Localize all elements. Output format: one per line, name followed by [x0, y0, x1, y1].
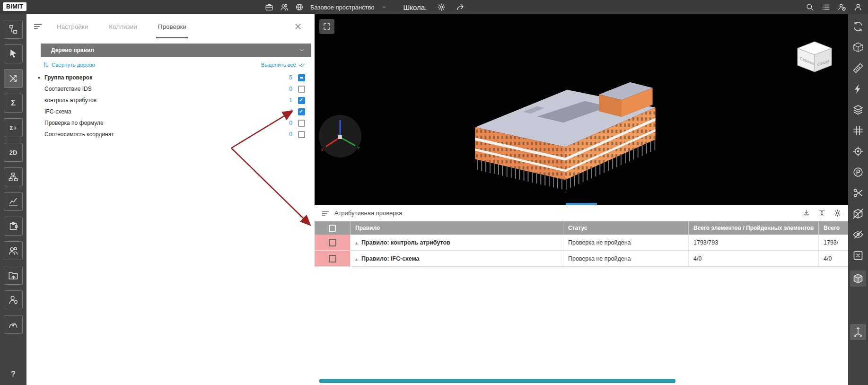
user-pin-icon	[8, 295, 18, 305]
table-header-select	[315, 221, 350, 235]
column-header-status[interactable]: Статус	[563, 221, 688, 235]
tree-item-ifc-schema[interactable]: IFC-схема 4	[35, 106, 311, 117]
view-cube[interactable]: Справа Сзади	[791, 37, 838, 75]
hide-box-icon[interactable]	[852, 208, 864, 219]
column-header-total[interactable]: Всего	[818, 221, 848, 235]
chevron-down-icon[interactable]	[381, 4, 387, 10]
tree-icon	[8, 24, 18, 35]
rules-tree-header[interactable]: Дерево правил	[41, 44, 311, 57]
tree-item-count: 5	[288, 74, 292, 81]
select-all-link[interactable]: Выделить всё	[261, 61, 305, 68]
table-row[interactable]: Правило: контроль атрибутов Проверка не …	[315, 235, 848, 251]
measure-ruler-icon[interactable]	[852, 62, 864, 74]
checkbox[interactable]	[298, 86, 305, 93]
globe-icon[interactable]	[295, 3, 304, 11]
graphs-button[interactable]	[4, 192, 23, 211]
tab-collisions[interactable]: Коллизии	[109, 23, 137, 30]
clear-selection-icon[interactable]	[852, 250, 864, 261]
clip-plane-icon[interactable]	[852, 187, 864, 199]
tree-actions: Свернуть дерево Выделить всё	[43, 61, 305, 68]
collaboration-button[interactable]	[4, 241, 23, 260]
plan-p-icon[interactable]	[852, 166, 864, 178]
workspace-select[interactable]: Базовое пространство	[310, 4, 375, 11]
rules-tree-title: Дерево правил	[51, 47, 94, 53]
clash-bolt-icon[interactable]	[852, 83, 864, 95]
tree-item-count: 1	[288, 97, 292, 104]
status-cell: Проверка не пройдена	[563, 235, 688, 250]
left-toolbar: Σ Σ+ 2D ?	[0, 14, 26, 385]
model-tree-button[interactable]	[4, 20, 23, 39]
chevron-down-icon	[298, 47, 305, 53]
sum-button[interactable]: Σ	[4, 94, 23, 113]
tree-item-coordinates[interactable]: Соотносимость координат 0	[35, 129, 311, 140]
row-checkbox[interactable]	[329, 255, 336, 262]
tree-item-group[interactable]: Группа проверок 5	[35, 72, 311, 83]
dashboard-button[interactable]	[4, 315, 23, 334]
tab-settings[interactable]: Настройки	[57, 23, 88, 30]
collapse-tree-label: Свернуть дерево	[52, 62, 95, 68]
select-all-checkbox[interactable]	[329, 225, 336, 232]
zoom-fit-button[interactable]	[319, 19, 334, 34]
checks-button[interactable]	[4, 69, 23, 88]
org-chart-icon	[8, 172, 18, 182]
double-check-icon	[298, 61, 305, 68]
team-icon[interactable]	[280, 3, 289, 11]
row-checkbox[interactable]	[329, 239, 336, 246]
collapse-triangle-icon[interactable]	[355, 239, 358, 246]
user-location-button[interactable]	[4, 290, 23, 309]
collapse-tree-link[interactable]: Свернуть дерево	[43, 61, 95, 68]
topbar-right-actions	[806, 0, 862, 14]
updown-arrows-icon	[43, 61, 49, 68]
list-icon[interactable]	[822, 3, 830, 11]
horizontal-scrollbar[interactable]	[319, 379, 675, 383]
2d-mode-button[interactable]: 2D	[4, 143, 23, 162]
table-row[interactable]: Правило: IFC-схема Проверка не пройдена …	[315, 251, 848, 267]
help-button[interactable]: ?	[11, 370, 16, 378]
solid-view-button[interactable]	[850, 271, 866, 287]
column-header-rule[interactable]: Правило	[350, 221, 563, 235]
search-icon[interactable]	[806, 3, 814, 11]
move-axes-button[interactable]	[850, 324, 866, 340]
axis-x-label: X	[321, 148, 324, 152]
sum-plus-button[interactable]: Σ+	[4, 118, 23, 137]
select-all-label: Выделить всё	[261, 62, 296, 68]
tree-item-formula[interactable]: Проверка по формуле 0	[35, 117, 311, 129]
tree-item-label: Проверка по формуле	[44, 120, 104, 126]
checkbox[interactable]	[298, 120, 305, 127]
collapse-triangle-icon[interactable]	[355, 255, 358, 262]
checkbox[interactable]	[298, 131, 305, 138]
table-settings-gear-icon[interactable]	[833, 209, 842, 217]
toolbox-icon[interactable]	[265, 3, 273, 11]
expander-icon[interactable]	[38, 75, 44, 80]
hide-eye-icon[interactable]	[852, 229, 864, 240]
column-header-elements[interactable]: Всего элементов / Пройденных элементов	[688, 221, 818, 235]
section-box-icon[interactable]	[852, 42, 864, 53]
close-icon[interactable]	[294, 22, 302, 31]
checkbox[interactable]	[298, 97, 305, 104]
export-button[interactable]	[4, 266, 23, 285]
tree-item-ids[interactable]: Соответствие IDS 0	[35, 83, 311, 95]
select-button[interactable]	[4, 44, 23, 63]
account-icon[interactable]	[854, 3, 862, 11]
checkbox[interactable]	[298, 74, 305, 81]
results-menu-icon[interactable]	[321, 209, 330, 218]
tab-checks[interactable]: Проверки	[158, 23, 186, 30]
plugins-button[interactable]	[4, 217, 23, 236]
panel-menu-icon[interactable]	[33, 22, 43, 31]
share-icon[interactable]	[456, 3, 465, 11]
axis-gizmo[interactable]: X Y	[317, 114, 363, 159]
row-height-icon[interactable]	[818, 209, 826, 217]
users-icon	[8, 245, 18, 256]
sync-icon[interactable]	[852, 21, 864, 32]
dock-bottom-icon[interactable]	[802, 209, 810, 217]
results-header: Атрибутивная проверка	[315, 205, 848, 221]
locate-target-icon[interactable]	[852, 146, 864, 157]
checkbox[interactable]	[298, 108, 305, 115]
user-history-icon[interactable]	[838, 3, 846, 11]
structure-button[interactable]	[4, 167, 23, 186]
storeys-layers-icon[interactable]	[852, 104, 864, 115]
gauge-icon	[8, 319, 18, 330]
tree-item-attributes[interactable]: контроль атрибутов 1	[35, 95, 311, 106]
settings-gear-icon[interactable]	[437, 3, 446, 11]
grid-icon[interactable]	[852, 125, 864, 136]
